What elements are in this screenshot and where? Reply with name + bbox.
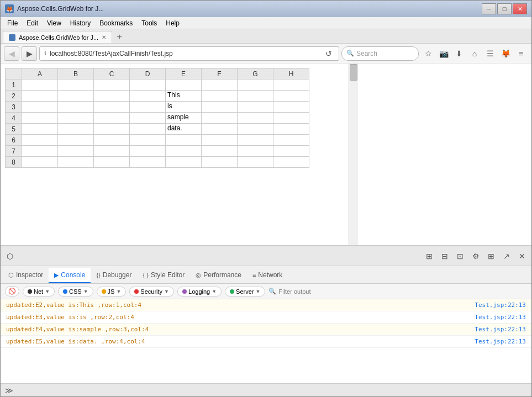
cell-7-2[interactable]: [58, 146, 94, 157]
cell-1-1[interactable]: [22, 80, 58, 91]
filter-clear-button[interactable]: 🚫: [5, 286, 19, 297]
console-source[interactable]: Test.jsp:22:13: [475, 326, 526, 333]
cell-2-1[interactable]: [22, 91, 58, 102]
cell-8-5[interactable]: [166, 157, 202, 168]
tab-debugger[interactable]: {} Debugger: [91, 268, 137, 283]
menu-icon[interactable]: ≡: [514, 46, 528, 61]
cell-3-1[interactable]: [22, 102, 58, 113]
cell-3-6[interactable]: [202, 102, 238, 113]
cell-2-7[interactable]: [238, 91, 273, 102]
cell-3-7[interactable]: [238, 102, 273, 113]
tab-console[interactable]: ▶ Console: [49, 268, 91, 283]
cell-4-8[interactable]: [273, 113, 309, 124]
cell-4-4[interactable]: [130, 113, 166, 124]
cell-6-3[interactable]: [94, 135, 130, 146]
close-button[interactable]: ✕: [513, 3, 527, 14]
console-source[interactable]: Test.jsp:22:13: [475, 338, 526, 345]
cell-5-3[interactable]: [94, 124, 130, 135]
cell-6-6[interactable]: [202, 135, 238, 146]
cell-7-6[interactable]: [202, 146, 238, 157]
cell-1-8[interactable]: [273, 80, 309, 91]
filter-logging-button[interactable]: Logging ▼: [177, 287, 222, 297]
cell-5-5[interactable]: data.: [166, 124, 202, 135]
col-header-B[interactable]: B: [58, 68, 94, 80]
col-header-D[interactable]: D: [130, 68, 166, 80]
cell-2-4[interactable]: [130, 91, 166, 102]
row-header-7[interactable]: 7: [6, 146, 22, 157]
devtools-dock-bottom-button[interactable]: ⊟: [438, 249, 452, 263]
cell-7-8[interactable]: [273, 146, 309, 157]
content-scrollbar[interactable]: [349, 63, 357, 245]
bookmark-star-icon[interactable]: ☆: [421, 46, 435, 61]
tab-network[interactable]: ≡ Network: [247, 268, 288, 283]
cell-4-5[interactable]: sample: [166, 113, 202, 124]
cell-8-7[interactable]: [238, 157, 273, 168]
cell-6-7[interactable]: [238, 135, 273, 146]
cell-1-5[interactable]: [166, 80, 202, 91]
cell-6-5[interactable]: [166, 135, 202, 146]
cell-1-2[interactable]: [58, 80, 94, 91]
console-source[interactable]: Test.jsp:22:13: [475, 314, 526, 321]
back-button[interactable]: ◀: [4, 46, 19, 61]
cell-6-1[interactable]: [22, 135, 58, 146]
menu-help[interactable]: Help: [161, 18, 184, 28]
cell-5-1[interactable]: [22, 124, 58, 135]
cell-2-8[interactable]: [273, 91, 309, 102]
fox-icon[interactable]: 🦊: [498, 46, 513, 61]
row-header-4[interactable]: 4: [6, 113, 22, 124]
bottom-expand-icon[interactable]: ≫: [5, 386, 13, 395]
cell-6-8[interactable]: [273, 135, 309, 146]
menu-history[interactable]: History: [66, 18, 95, 28]
menu-file[interactable]: File: [3, 18, 22, 28]
col-header-G[interactable]: G: [238, 68, 273, 80]
row-header-6[interactable]: 6: [6, 135, 22, 146]
row-header-5[interactable]: 5: [6, 124, 22, 135]
cell-7-4[interactable]: [130, 146, 166, 157]
console-source[interactable]: Test.jsp:22:13: [475, 301, 526, 309]
cell-5-4[interactable]: [130, 124, 166, 135]
cell-8-8[interactable]: [273, 157, 309, 168]
cell-2-2[interactable]: [58, 91, 94, 102]
row-header-3[interactable]: 3: [6, 102, 22, 113]
cell-3-8[interactable]: [273, 102, 309, 113]
col-header-F[interactable]: F: [202, 68, 238, 80]
menu-edit[interactable]: Edit: [22, 18, 43, 28]
cell-4-1[interactable]: [22, 113, 58, 124]
cell-3-5[interactable]: is: [166, 102, 202, 113]
cell-7-1[interactable]: [22, 146, 58, 157]
filter-net-button[interactable]: Net ▼: [23, 287, 55, 297]
col-header-E[interactable]: E: [166, 68, 202, 80]
cell-8-4[interactable]: [130, 157, 166, 168]
maximize-button[interactable]: □: [497, 3, 512, 14]
devtools-responsive-button[interactable]: ⊞: [484, 249, 498, 263]
cell-1-7[interactable]: [238, 80, 273, 91]
cell-4-6[interactable]: [202, 113, 238, 124]
tab-style-editor[interactable]: { } Style Editor: [137, 268, 190, 283]
refresh-button[interactable]: ↺: [323, 48, 334, 59]
tab-performance[interactable]: ◎ Performance: [190, 268, 247, 283]
cell-8-3[interactable]: [94, 157, 130, 168]
download-icon[interactable]: ⬇: [452, 46, 466, 61]
filter-input-container[interactable]: 🔍: [268, 288, 527, 295]
filter-js-button[interactable]: JS ▼: [97, 287, 127, 297]
cell-4-3[interactable]: [94, 113, 130, 124]
menu-bookmarks[interactable]: Bookmarks: [95, 18, 137, 28]
filter-css-button[interactable]: CSS ▼: [58, 287, 93, 297]
menu-tools[interactable]: Tools: [137, 18, 161, 28]
row-header-2[interactable]: 2: [6, 91, 22, 102]
cell-4-7[interactable]: [238, 113, 273, 124]
devtools-popout-button[interactable]: ↗: [499, 249, 514, 263]
row-header-1[interactable]: 1: [6, 80, 22, 91]
home-icon[interactable]: ⌂: [467, 46, 482, 61]
cell-1-4[interactable]: [130, 80, 166, 91]
cell-4-2[interactable]: [58, 113, 94, 124]
tab-inspector[interactable]: ⬡ Inspector: [3, 268, 49, 283]
menu-view[interactable]: View: [43, 18, 66, 28]
cell-2-5[interactable]: This: [166, 91, 202, 102]
cell-7-5[interactable]: [166, 146, 202, 157]
cell-2-3[interactable]: [94, 91, 130, 102]
cell-5-2[interactable]: [58, 124, 94, 135]
pocket-icon[interactable]: ☰: [483, 46, 497, 61]
cell-8-1[interactable]: [22, 157, 58, 168]
cell-8-2[interactable]: [58, 157, 94, 168]
